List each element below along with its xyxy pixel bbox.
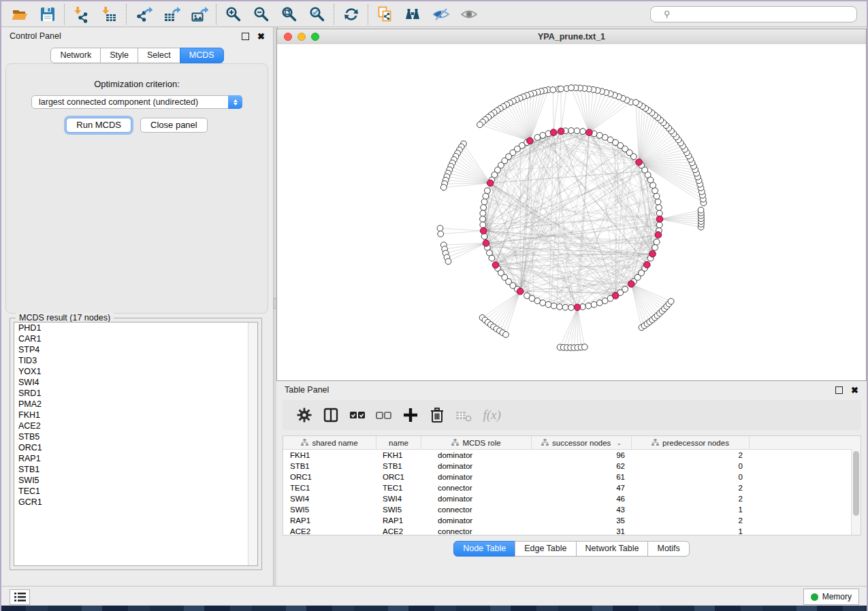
table-cell: SWI5 — [283, 504, 376, 515]
table-scrollbar[interactable] — [851, 449, 861, 535]
criterion-value: largest connected component (undirected) — [39, 97, 198, 107]
table-row[interactable]: SWI4SWI4dominator462 — [283, 493, 861, 504]
select-all-button[interactable] — [344, 403, 370, 427]
column-namespace-icon — [541, 439, 549, 446]
table-cell: ACE2 — [376, 526, 421, 535]
tab-select[interactable]: Select — [138, 48, 180, 63]
new-network-from-selection-button[interactable] — [371, 3, 399, 25]
close-panel-button[interactable]: Close panel — [140, 118, 208, 133]
mcds-result-item[interactable]: CAR1 — [14, 333, 257, 344]
refresh-button[interactable] — [337, 3, 365, 25]
criterion-dropdown[interactable]: largest connected component (undirected) — [31, 95, 242, 109]
close-icon[interactable]: ✖ — [257, 32, 265, 41]
table-tabs: Node TableEdge TableNetwork TableMotifs — [276, 541, 867, 557]
table-cell: 2 — [632, 493, 750, 504]
deselect-all-button[interactable] — [370, 403, 397, 427]
import-table-button[interactable] — [95, 3, 123, 25]
mcds-result-item[interactable]: STP4 — [14, 344, 257, 355]
table-cell: 0 — [632, 461, 750, 472]
table-row[interactable]: TEC1TEC1connector472 — [283, 482, 861, 493]
first-neighbors-button[interactable] — [399, 3, 427, 25]
export-image-button[interactable] — [185, 3, 213, 25]
table-row[interactable]: STB1STB1dominator620 — [283, 461, 861, 472]
network-graph[interactable] — [277, 44, 866, 380]
column-namespace-icon — [301, 439, 308, 446]
mcds-result-item[interactable]: FKH1 — [14, 410, 257, 420]
table-cell: FKH1 — [283, 450, 376, 461]
add-column-button[interactable] — [397, 403, 423, 427]
delete-column-button[interactable] — [423, 403, 450, 427]
show-panels-button[interactable] — [10, 589, 30, 605]
mcds-result-item[interactable]: SRD1 — [14, 388, 257, 399]
table-cell: 46 — [532, 493, 632, 504]
mcds-result-list[interactable]: PHD1CAR1STP4TID3YOX1SWI4SRD1PMA2FKH1ACE2… — [14, 322, 258, 566]
mcds-result-item[interactable]: GCR1 — [14, 497, 257, 508]
mcds-result-item[interactable]: YOX1 — [14, 366, 257, 377]
float-icon[interactable] — [835, 386, 843, 394]
import-network-button[interactable] — [67, 3, 95, 25]
tab-network[interactable]: Network — [50, 48, 101, 63]
network-window-titlebar[interactable]: YPA_prune.txt_1 — [277, 29, 866, 45]
mcds-result-item[interactable]: TEC1 — [14, 486, 257, 497]
show-all-button[interactable] — [455, 3, 483, 25]
zoom-in-button[interactable] — [219, 3, 247, 25]
table-settings-button[interactable] — [291, 403, 317, 427]
table-row[interactable]: FKH1FKH1dominator962 — [283, 450, 861, 461]
zoom-fit-button[interactable] — [275, 3, 303, 25]
export-network-button[interactable] — [129, 3, 157, 25]
zoom-out-button[interactable] — [247, 3, 275, 25]
mcds-result-item[interactable]: STB1 — [14, 464, 257, 475]
tab-network-table[interactable]: Network Table — [576, 541, 649, 557]
mcds-result-item[interactable]: SWI5 — [14, 475, 257, 486]
tab-style[interactable]: Style — [100, 48, 138, 63]
node-table[interactable]: shared namenameMCDS rolesuccessor nodes⌄… — [283, 435, 861, 535]
search-input[interactable] — [650, 6, 857, 22]
hide-selected-button[interactable] — [427, 3, 455, 25]
mcds-result-item[interactable]: RAP1 — [14, 453, 257, 464]
control-panel: Control Panel ✖ NetworkStyleSelectMCDS O… — [1, 27, 273, 587]
tab-mcds[interactable]: MCDS — [180, 48, 224, 63]
column-header-shared-name[interactable]: shared name — [283, 436, 376, 449]
mcds-result-item[interactable]: PMA2 — [14, 399, 257, 410]
table-row[interactable]: ACE2ACE2connector311 — [283, 526, 861, 535]
float-icon[interactable] — [242, 33, 249, 40]
memory-button[interactable]: Memory — [803, 589, 859, 605]
close-icon[interactable]: ✖ — [851, 386, 858, 395]
mcds-list-scrollbar[interactable] — [248, 323, 257, 565]
memory-button-label: Memory — [822, 592, 852, 601]
table-row[interactable]: RAP1RAP1dominator352 — [283, 515, 861, 526]
save-button[interactable] — [33, 3, 61, 25]
table-cell: 2 — [632, 515, 750, 526]
table-cell: dominator — [421, 450, 532, 461]
mcds-result-item[interactable]: ORC1 — [14, 442, 257, 453]
application-window: ⚲ Control Panel ✖ NetworkStyleSelectMCDS… — [0, 0, 868, 611]
table-settings-icon — [295, 406, 313, 424]
table-row[interactable]: SWI5SWI5connector431 — [283, 504, 861, 515]
tab-motifs[interactable]: Motifs — [647, 541, 689, 557]
network-canvas[interactable] — [277, 44, 866, 380]
save-icon — [39, 5, 57, 23]
mcds-result-item[interactable]: STB5 — [14, 431, 257, 442]
zoom-selected-button[interactable] — [303, 3, 331, 25]
table-cell: dominator — [421, 461, 532, 472]
column-header-predecessor-nodes[interactable]: predecessor nodes — [632, 436, 750, 449]
column-header-MCDS-role[interactable]: MCDS role — [421, 436, 532, 449]
export-network-icon — [135, 5, 152, 23]
column-header-successor-nodes[interactable]: successor nodes⌄ — [532, 436, 632, 449]
mcds-result-item[interactable]: PHD1 — [14, 323, 257, 333]
table-cell: RAP1 — [283, 515, 376, 526]
select-all-icon — [349, 406, 366, 424]
mcds-result-item[interactable]: ACE2 — [14, 420, 257, 431]
table-row[interactable]: ORC1ORC1dominator610 — [283, 472, 861, 482]
tab-edge-table[interactable]: Edge Table — [515, 541, 576, 557]
column-header-name[interactable]: name — [376, 436, 421, 449]
open-folder-button[interactable] — [5, 3, 33, 25]
first-neighbors-icon — [404, 5, 422, 23]
tab-node-table[interactable]: Node Table — [453, 541, 515, 557]
show-columns-button[interactable] — [317, 403, 344, 427]
mcds-result-item[interactable]: TID3 — [14, 355, 257, 366]
table-scrollbar-thumb[interactable] — [853, 451, 859, 516]
export-table-button[interactable] — [157, 3, 185, 25]
mcds-result-item[interactable]: SWI4 — [14, 377, 257, 388]
run-mcds-button[interactable]: Run MCDS — [66, 118, 131, 133]
